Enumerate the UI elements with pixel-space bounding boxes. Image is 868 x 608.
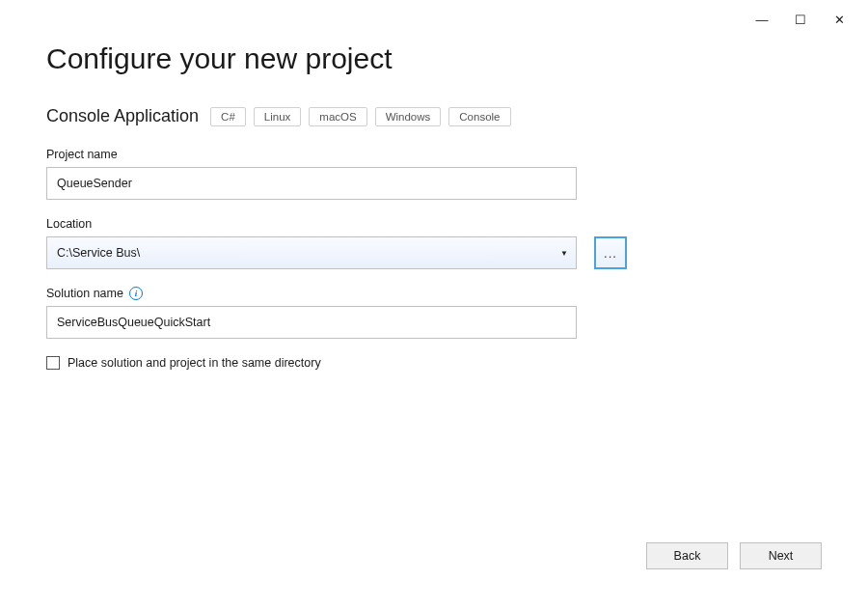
close-icon: ✕ [834,13,845,27]
project-name-input[interactable] [46,167,577,200]
template-subtitle: Console Application [46,106,199,126]
location-row: C:\Service Bus\ ▼ ... [46,236,822,269]
footer-buttons: Back Next [646,542,822,569]
tag-list: C# Linux macOS Windows Console [210,107,510,126]
maximize-icon: ☐ [795,13,806,27]
tag-macos: macOS [309,107,366,126]
same-directory-label: Place solution and project in the same d… [68,356,321,370]
location-value: C:\Service Bus\ [57,246,560,260]
ellipsis-icon: ... [604,246,617,261]
content-area: Configure your new project Console Appli… [0,0,868,370]
solution-name-input[interactable] [46,306,577,339]
solution-name-label-text: Solution name [46,287,123,300]
minimize-button[interactable]: — [743,6,781,33]
close-button[interactable]: ✕ [820,6,858,33]
page-title: Configure your new project [46,42,822,75]
minimize-icon: — [756,13,769,27]
info-icon[interactable]: i [129,287,143,300]
tag-linux: Linux [254,107,302,126]
location-label: Location [46,217,822,231]
browse-button[interactable]: ... [594,236,627,269]
maximize-button[interactable]: ☐ [781,6,820,33]
tag-windows: Windows [375,107,442,126]
next-button[interactable]: Next [740,542,822,569]
solution-name-field: Solution name i [46,287,822,339]
tag-csharp: C# [210,107,246,126]
back-button[interactable]: Back [646,542,728,569]
solution-name-label: Solution name i [46,287,822,300]
project-name-label: Project name [46,148,822,161]
location-combobox[interactable]: C:\Service Bus\ ▼ [46,236,577,269]
tag-console: Console [448,107,510,126]
chevron-down-icon: ▼ [560,249,568,258]
same-directory-row: Place solution and project in the same d… [46,356,822,370]
same-directory-checkbox[interactable] [46,356,60,370]
project-name-field: Project name [46,148,822,200]
location-field: Location C:\Service Bus\ ▼ ... [46,217,822,269]
subtitle-row: Console Application C# Linux macOS Windo… [46,106,822,126]
window-titlebar: — ☐ ✕ [743,0,868,33]
